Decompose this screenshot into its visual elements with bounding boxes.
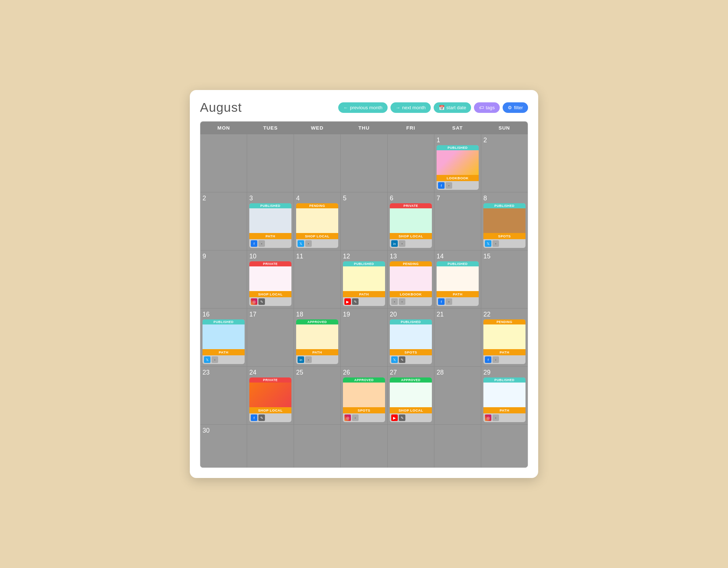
day-number: 22 <box>483 311 525 318</box>
dot-icon[interactable]: • <box>305 356 312 363</box>
dot-icon[interactable]: • <box>446 182 452 189</box>
calendar-cell[interactable]: 13 PENDING LOOKBOOK •• <box>388 250 434 308</box>
post-card[interactable]: PUBLISHED SPOTS 𝕏• <box>483 203 525 248</box>
edit-icon[interactable]: ✎ <box>258 298 265 305</box>
post-card[interactable]: PRIVATE SHOP LOCAL in• <box>390 203 432 248</box>
calendar-cell[interactable]: 7 <box>434 192 481 250</box>
dot-icon[interactable]: • <box>352 414 359 421</box>
post-card[interactable]: PUBLISHED SPOTS 𝕏✎ <box>390 319 432 364</box>
post-card[interactable]: APPROVED SHOP LOCAL ▶✎ <box>390 377 432 422</box>
post-card[interactable]: PUBLISHED PATH 𝕏• <box>203 319 245 364</box>
fb-icon[interactable]: f <box>438 182 445 189</box>
post-card[interactable]: PRIVATE SHOP LOCAL f✎ <box>249 377 291 422</box>
post-card[interactable]: APPROVED PATH in• <box>296 319 338 364</box>
post-card[interactable]: PUBLISHED PATH f• <box>437 261 479 306</box>
tw-icon[interactable]: 𝕏 <box>204 356 210 363</box>
calendar-icon: 📅 <box>439 105 445 110</box>
calendar-cell[interactable]: 27 APPROVED SHOP LOCAL ▶✎ <box>388 367 434 424</box>
yt-icon[interactable]: ▶ <box>391 414 398 421</box>
calendar-cell[interactable]: 26 APPROVED SPOTS ◎• <box>341 367 387 424</box>
day-number: 6 <box>390 195 432 202</box>
next-month-button[interactable]: → next month <box>390 102 431 113</box>
post-card[interactable]: PUBLISHED PATH ▶✎ <box>343 261 385 306</box>
dot-icon[interactable]: • <box>399 298 405 305</box>
filter-button[interactable]: ⚙ filter <box>503 102 528 113</box>
calendar-cell[interactable]: 29 PUBLISHED PATH ◎• <box>481 367 528 424</box>
dot-icon[interactable]: • <box>492 356 499 363</box>
post-card[interactable]: PUBLISHED PATH ◎• <box>483 377 525 422</box>
post-card[interactable]: PENDING SHOP LOCAL 𝕏• <box>296 203 338 248</box>
calendar-cell[interactable]: 22 PENDING PATH f• <box>481 308 528 366</box>
calendar-cell[interactable]: 4 PENDING SHOP LOCAL 𝕏• <box>294 192 340 250</box>
post-actions: 𝕏• <box>483 239 525 248</box>
calendar-cell[interactable]: 28 <box>434 367 481 424</box>
calendar-cell[interactable]: 15 <box>481 250 528 308</box>
dot-icon[interactable]: • <box>391 298 398 305</box>
fb-icon[interactable]: f <box>438 298 445 305</box>
calendar-cell[interactable]: 8 PUBLISHED SPOTS 𝕏• <box>481 192 528 250</box>
tw-icon[interactable]: 𝕏 <box>391 356 398 363</box>
calendar-cell[interactable]: 6 PRIVATE SHOP LOCAL in• <box>388 192 434 250</box>
post-card[interactable]: PUBLISHED PATH f• <box>249 203 291 248</box>
post-label: LOOKBOOK <box>437 175 479 181</box>
dot-icon[interactable]: • <box>258 240 265 247</box>
start-date-button[interactable]: 📅 start date <box>434 102 471 113</box>
day-number: 3 <box>249 195 291 202</box>
fb-icon[interactable]: f <box>251 414 257 421</box>
dow-fri: FRI <box>387 122 434 134</box>
calendar-cell[interactable]: 17 <box>247 308 294 366</box>
post-card[interactable]: PUBLISHED LOOKBOOK f• <box>437 145 479 190</box>
ig-icon[interactable]: ◎ <box>344 414 351 421</box>
calendar-cell[interactable]: 5 <box>341 192 387 250</box>
dow-wed: WED <box>294 122 341 134</box>
post-card[interactable]: APPROVED SPOTS ◎• <box>343 377 385 422</box>
calendar-cell[interactable]: 30 <box>200 425 247 467</box>
prev-month-button[interactable]: ← previous month <box>338 102 388 113</box>
post-status-badge: PUBLISHED <box>483 377 525 383</box>
tags-button[interactable]: 🏷 tags <box>474 102 500 113</box>
calendar-cell[interactable]: 14 PUBLISHED PATH f• <box>434 250 481 308</box>
dot-icon[interactable]: • <box>212 356 218 363</box>
calendar-cell[interactable]: 2 <box>200 192 247 250</box>
in-icon[interactable]: in <box>391 240 398 247</box>
tw-icon[interactable]: 𝕏 <box>485 240 491 247</box>
calendar-cell[interactable]: 10 PRIVATE SHOP LOCAL ◎✎ <box>247 250 294 308</box>
calendar-cell[interactable]: 19 <box>341 308 387 366</box>
fb-icon[interactable]: f <box>485 356 491 363</box>
calendar-cell[interactable]: 3 PUBLISHED PATH f• <box>247 192 294 250</box>
edit-icon[interactable]: ✎ <box>258 414 265 421</box>
fb-icon[interactable]: f <box>251 240 257 247</box>
day-number: 2 <box>203 195 245 202</box>
calendar-cell[interactable]: 20 PUBLISHED SPOTS 𝕏✎ <box>388 308 434 366</box>
dot-icon[interactable]: • <box>492 414 499 421</box>
calendar-cell[interactable]: 23 <box>200 367 247 424</box>
ig-icon[interactable]: ◎ <box>485 414 491 421</box>
ig-icon[interactable]: ◎ <box>251 298 257 305</box>
calendar-cell[interactable]: 11 <box>294 250 340 308</box>
calendar-cell[interactable]: 21 <box>434 308 481 366</box>
dot-icon[interactable]: • <box>492 240 499 247</box>
day-number: 10 <box>249 253 291 260</box>
calendar-cell[interactable]: 16 PUBLISHED PATH 𝕏• <box>200 308 247 366</box>
tw-icon[interactable]: 𝕏 <box>298 240 304 247</box>
post-card[interactable]: PENDING LOOKBOOK •• <box>390 261 432 306</box>
edit-icon[interactable]: ✎ <box>399 356 405 363</box>
calendar-cell[interactable]: 25 <box>294 367 340 424</box>
dot-icon[interactable]: • <box>446 298 452 305</box>
post-status-badge: PUBLISHED <box>249 203 291 208</box>
calendar-cell[interactable]: 24 PRIVATE SHOP LOCAL f✎ <box>247 367 294 424</box>
calendar-cell[interactable]: 12 PUBLISHED PATH ▶✎ <box>341 250 387 308</box>
post-card[interactable]: PENDING PATH f• <box>483 319 525 364</box>
calendar-cell[interactable]: 9 <box>200 250 247 308</box>
edit-icon[interactable]: ✎ <box>399 414 405 421</box>
calendar-cell[interactable]: 2 <box>481 134 528 192</box>
calendar-cell[interactable]: 18 APPROVED PATH in• <box>294 308 340 366</box>
yt-icon[interactable]: ▶ <box>344 298 351 305</box>
dot-icon[interactable]: • <box>399 240 405 247</box>
day-number: 16 <box>203 311 245 318</box>
post-card[interactable]: PRIVATE SHOP LOCAL ◎✎ <box>249 261 291 306</box>
dot-icon[interactable]: • <box>305 240 312 247</box>
calendar-cell[interactable]: 1 PUBLISHED LOOKBOOK f• <box>434 134 481 192</box>
edit-icon[interactable]: ✎ <box>352 298 359 305</box>
in-icon[interactable]: in <box>298 356 304 363</box>
